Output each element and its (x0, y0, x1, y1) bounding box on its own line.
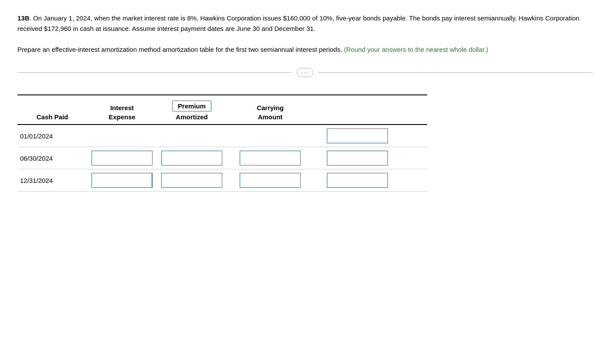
carrying-amount-input-02[interactable] (327, 151, 388, 165)
carrying-amount-cell-01 (314, 128, 401, 144)
premium-amortized-input-02[interactable] (240, 151, 301, 165)
problem-description: On January 1, 2024, when the market inte… (17, 14, 579, 32)
table-row: 01/01/2024 (17, 125, 427, 147)
premium-amortized-cell-02 (227, 150, 314, 166)
cash-paid-cell-02 (87, 150, 157, 166)
date-01012024: 01/01/2024 (17, 131, 87, 142)
empty-cash-paid-01 (87, 135, 157, 137)
table-row: 06/30/2024 (17, 147, 427, 169)
interest-expense-cell-02 (157, 150, 227, 166)
amortization-table-section: Interest Premium Carrying Cash Paid Expe… (17, 94, 427, 192)
cash-paid-input-03[interactable] (92, 173, 153, 188)
date-06302024: 06/30/2024 (17, 153, 87, 164)
interest-expense-input-02[interactable] (161, 151, 222, 165)
premium-amortized-input-03[interactable] (240, 173, 301, 188)
date-12312024: 12/31/2024 (17, 175, 87, 186)
premium-amortized-cell-03 (227, 172, 314, 189)
carrying-amount-input-03[interactable] (327, 173, 388, 188)
col-expense-header: Expense (87, 112, 157, 121)
instruction-text: Prepare an effective-interest amortizati… (17, 44, 593, 55)
interest-expense-input-03[interactable] (161, 173, 222, 188)
cash-paid-input-02[interactable] (92, 151, 153, 165)
col-premium-top: Premium (157, 100, 227, 112)
cash-paid-cell-03 (87, 172, 157, 189)
divider-dots: ··· (297, 68, 314, 77)
empty-interest-expense-01 (157, 135, 227, 137)
section-divider: ··· (17, 68, 593, 77)
carrying-amount-cell-03 (314, 172, 401, 189)
empty-premium-amortized-01 (227, 135, 314, 137)
premium-box-label: Premium (172, 101, 211, 111)
table-header-top: Interest Premium Carrying (17, 95, 427, 112)
carrying-amount-input-01[interactable] (327, 128, 388, 143)
table-row: 12/31/2024 (17, 169, 427, 192)
col-carrying-top: Carrying (227, 103, 314, 112)
col-cash-paid-header: Cash Paid (17, 112, 87, 121)
interest-expense-cell-03 (157, 172, 227, 189)
problem-statement: 13B. On January 1, 2024, when the market… (17, 13, 593, 34)
col-interest-top: Interest (87, 103, 157, 112)
carrying-amount-cell-02 (314, 150, 401, 166)
problem-id: 13B. (17, 14, 31, 22)
divider-line-left (17, 72, 292, 73)
instruction-note: (Round your answers to the nearest whole… (344, 46, 488, 53)
divider-line-right (319, 72, 593, 73)
instruction-main: Prepare an effective-interest amortizati… (17, 46, 342, 53)
table-header-bottom: Cash Paid Expense Amortized Amount (17, 112, 427, 125)
col-amount-header: Amount (227, 112, 314, 121)
col-amortized-header: Amortized (157, 112, 227, 121)
